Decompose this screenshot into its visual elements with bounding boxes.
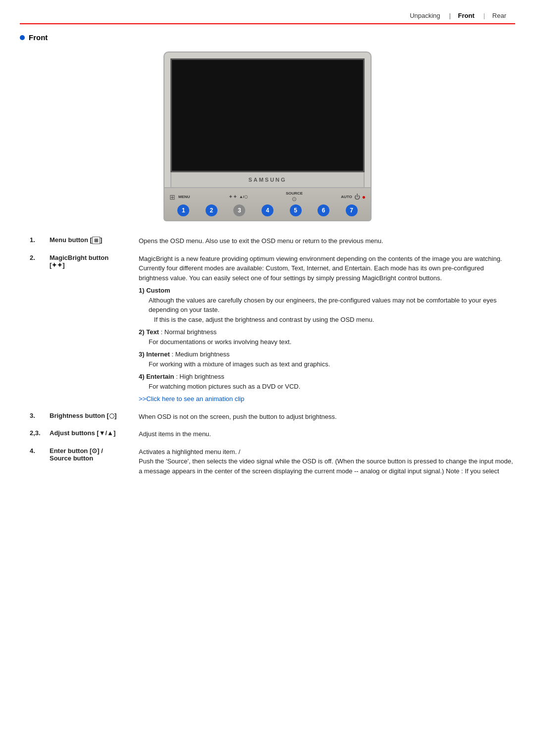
sub-item-entertain-subtitle: : High brightness bbox=[174, 373, 224, 380]
item-1-desc: Opens the OSD menu. Also use to exit the… bbox=[139, 236, 515, 246]
item-4-row: 4. Enter button [⊙] /Source button Activ… bbox=[30, 447, 515, 476]
item-4-label: Enter button [⊙] /Source button bbox=[50, 447, 139, 462]
num-5: 5 bbox=[290, 204, 302, 216]
item-23-number: 2,3. bbox=[30, 429, 50, 437]
sub-item-internet-subtitle: : Medium brightness bbox=[170, 351, 230, 358]
num-3: 3 bbox=[233, 204, 245, 216]
menu-label: MENU bbox=[178, 195, 190, 199]
monitor-bezel-bottom: SAMSUNG bbox=[170, 172, 365, 187]
sub-item-text-subtitle: : Normal brightness bbox=[159, 328, 216, 336]
monitor-brand: SAMSUNG bbox=[248, 177, 286, 183]
tab-front[interactable]: Front bbox=[449, 10, 483, 21]
sub-item-text-title: 2) Text bbox=[139, 328, 159, 336]
sub-item-internet-title: 3) Internet bbox=[139, 351, 170, 358]
sub-item-text-desc: For documentations or works involving he… bbox=[149, 337, 515, 347]
item-2-label: MagicBright button[✦✦] bbox=[50, 254, 139, 269]
item-23-label: Adjust buttons [▼/▲] bbox=[50, 429, 139, 437]
item-2-intro: MagicBright is a new feature providing o… bbox=[139, 254, 515, 283]
sub-item-custom: 1) Custom Although the values are carefu… bbox=[139, 286, 515, 324]
heading-dot bbox=[20, 35, 25, 40]
item-4-number: 4. bbox=[30, 447, 50, 454]
sub-item-internet: 3) Internet : Medium brightness For work… bbox=[139, 350, 515, 369]
monitor-controls: ⊞ MENU ✦✦ ▲/◌ SOURCE ⊙ AUTO ⏻ ● bbox=[163, 188, 372, 221]
item-23-desc: Adjust items in the menu. bbox=[139, 429, 515, 439]
item-1-row: 1. Menu button [⊞] Opens the OSD menu. A… bbox=[30, 236, 515, 246]
item-2-number: 2. bbox=[30, 254, 50, 261]
item-2-desc: MagicBright is a new feature providing o… bbox=[139, 254, 515, 404]
monitor-image: SAMSUNG ⊞ MENU ✦✦ ▲/◌ SOURCE ⊙ bbox=[20, 51, 515, 221]
monitor-wrap: SAMSUNG ⊞ MENU ✦✦ ▲/◌ SOURCE ⊙ bbox=[163, 51, 372, 221]
brightness-symbol: ▲/◌ bbox=[239, 195, 248, 199]
auto-label: AUTO bbox=[341, 195, 352, 199]
item-3-number: 3. bbox=[30, 412, 50, 419]
source-label-top: SOURCE bbox=[286, 191, 303, 196]
sub-item-custom-desc: Although the values are carefully chosen… bbox=[149, 296, 515, 325]
num-1: 1 bbox=[177, 204, 189, 216]
tab-unpacking[interactable]: Unpacking bbox=[401, 10, 449, 21]
animation-link[interactable]: >>Click here to see an animation clip bbox=[139, 395, 244, 403]
nav-tabs: Unpacking Front Rear bbox=[20, 10, 515, 24]
item-23-row: 2,3. Adjust buttons [▼/▲] Adjust items i… bbox=[30, 429, 515, 439]
num-6: 6 bbox=[318, 204, 329, 216]
monitor-screen bbox=[170, 58, 365, 172]
item-1-label: Menu button [⊞] bbox=[50, 236, 139, 244]
item-4-desc: Activates a highlighted menu item. / Pus… bbox=[139, 447, 515, 476]
item-3-desc: When OSD is not on the screen, push the … bbox=[139, 412, 515, 422]
sub-item-text: 2) Text : Normal brightness For document… bbox=[139, 327, 515, 347]
tab-rear[interactable]: Rear bbox=[483, 10, 515, 21]
num-4: 4 bbox=[262, 204, 273, 216]
item-1-number: 1. bbox=[30, 236, 50, 244]
item-2-row: 2. MagicBright button[✦✦] MagicBright is… bbox=[30, 254, 515, 404]
number-row: 1 2 3 4 5 6 7 bbox=[169, 204, 366, 216]
item-3-row: 3. Brightness button [◌] When OSD is not… bbox=[30, 412, 515, 422]
num-7: 7 bbox=[346, 204, 358, 216]
monitor-outer: SAMSUNG bbox=[163, 51, 372, 188]
page-title: Front bbox=[29, 33, 48, 42]
controls-label-row: ⊞ MENU ✦✦ ▲/◌ SOURCE ⊙ AUTO ⏻ ● bbox=[169, 191, 366, 202]
sub-item-entertain: 4) Entertain : High brightness For watch… bbox=[139, 372, 515, 391]
num-2: 2 bbox=[206, 204, 217, 216]
content-area: 1. Menu button [⊞] Opens the OSD menu. A… bbox=[30, 236, 515, 476]
sub-item-entertain-desc: For watching motion pictures such as a D… bbox=[149, 382, 515, 392]
section-heading: Front bbox=[20, 33, 515, 42]
sub-item-custom-title: 1) Custom bbox=[139, 287, 170, 294]
sub-item-internet-desc: For working with a mixture of images suc… bbox=[149, 359, 515, 369]
sub-item-entertain-title: 4) Entertain bbox=[139, 373, 174, 380]
item-3-label: Brightness button [◌] bbox=[50, 412, 139, 419]
